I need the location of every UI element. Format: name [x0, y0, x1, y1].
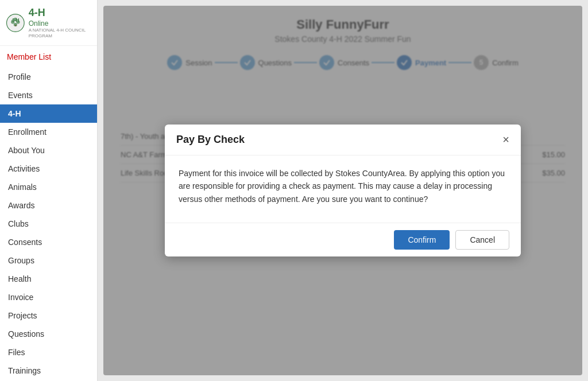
sidebar-item-events[interactable]: Events: [0, 86, 97, 104]
sidebar-item-enrollment[interactable]: Enrollment: [0, 123, 97, 141]
modal-overlay: Pay By Check × Payment for this invoice …: [103, 6, 582, 375]
sidebar-item-activities[interactable]: Activities: [0, 160, 97, 178]
svg-point-5: [11, 20, 14, 24]
modal-title: Pay By Check: [176, 134, 245, 146]
logo-4h-label: 4-H: [29, 7, 91, 20]
svg-point-4: [16, 20, 20, 24]
modal-body: Payment for this invoice will be collect…: [165, 155, 521, 223]
confirm-button[interactable]: Confirm: [394, 230, 450, 250]
logo-area: 4-H ★ 4-H Online A NATIONAL 4-H COUNCIL …: [0, 0, 97, 46]
sidebar-item-animals[interactable]: Animals: [0, 178, 97, 196]
logo-online-label: Online: [29, 20, 91, 28]
sidebar-item-groups[interactable]: Groups: [0, 251, 97, 270]
content-area: Silly FunnyFurr Stokes County 4-H 2022 S…: [103, 6, 582, 375]
sidebar-item-invoice[interactable]: Invoice: [0, 288, 97, 306]
modal-close-button[interactable]: ×: [502, 134, 509, 145]
logo-text: 4-H Online A NATIONAL 4-H COUNCIL PROGRA…: [29, 7, 91, 38]
cancel-button[interactable]: Cancel: [455, 230, 509, 250]
pay-by-check-modal: Pay By Check × Payment for this invoice …: [165, 125, 521, 256]
sidebar-item-health[interactable]: Health: [0, 270, 97, 288]
sidebar-item-awards[interactable]: Awards: [0, 196, 97, 215]
sidebar-item-consents[interactable]: Consents: [0, 233, 97, 251]
svg-point-6: [14, 23, 17, 26]
svg-point-3: [14, 17, 17, 21]
member-list-link[interactable]: Member List: [0, 46, 97, 68]
logo-tagline-label: A NATIONAL 4-H COUNCIL PROGRAM: [29, 28, 91, 38]
sidebar-nav: Profile Events 4-H Enrollment About You …: [0, 68, 97, 380]
sidebar-item-trainings[interactable]: Trainings: [0, 361, 97, 380]
sidebar-item-profile[interactable]: Profile: [0, 68, 97, 86]
sidebar-item-4h[interactable]: 4-H: [0, 104, 97, 123]
sidebar-item-files[interactable]: Files: [0, 343, 97, 361]
modal-footer: Confirm Cancel: [165, 223, 521, 256]
main-content: ↑ Silly FunnyFurr Stokes County 4-H 2022…: [98, 0, 588, 381]
sidebar-item-projects[interactable]: Projects: [0, 306, 97, 325]
sidebar: 4-H ★ 4-H Online A NATIONAL 4-H COUNCIL …: [0, 0, 98, 381]
sidebar-item-clubs[interactable]: Clubs: [0, 215, 97, 233]
logo-emblem-icon: 4-H ★: [6, 10, 25, 36]
sidebar-item-about-you[interactable]: About You: [0, 141, 97, 160]
sidebar-item-questions[interactable]: Questions: [0, 325, 97, 343]
modal-header: Pay By Check ×: [165, 125, 521, 155]
